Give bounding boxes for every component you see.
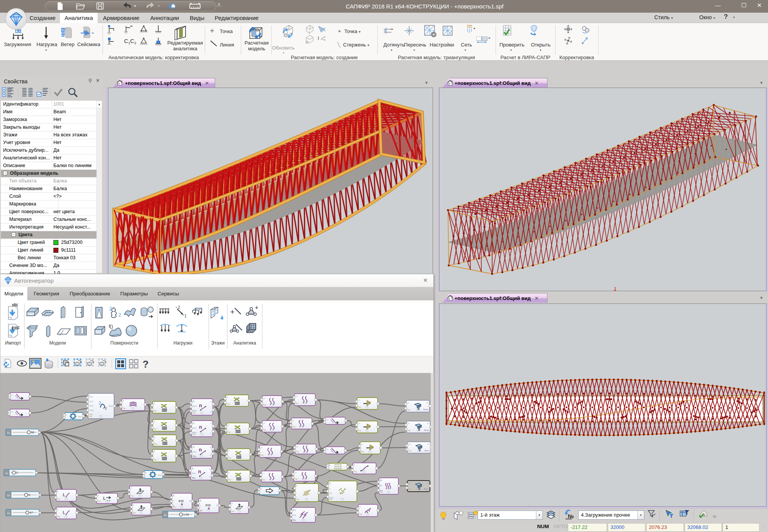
svg-text:2: 2 xyxy=(16,471,18,474)
svg-text:Ln: Ln xyxy=(262,472,265,474)
svg-text:Par: Par xyxy=(358,429,361,432)
svg-text:Par: Par xyxy=(228,457,231,459)
svg-text:Par: Par xyxy=(293,519,296,521)
svg-text:X: X xyxy=(173,495,174,497)
svg-text:Ln: Ln xyxy=(263,397,265,399)
svg-text:Cn2: Cn2 xyxy=(90,409,93,411)
svg-text:2: 2 xyxy=(105,406,107,410)
svg-text:L: L xyxy=(63,510,65,515)
svg-text:Par: Par xyxy=(408,450,411,452)
svg-text:C1C2: C1C2 xyxy=(124,38,136,45)
svg-text:Int: Int xyxy=(7,432,10,434)
svg-text:Int: Int xyxy=(164,514,167,516)
svg-text:X: X xyxy=(200,500,201,502)
svg-text:n: n xyxy=(198,469,201,474)
svg-text:Ln: Ln xyxy=(192,467,194,470)
svg-text:XYZ: XYZ xyxy=(179,500,184,502)
svg-text:Ln: Ln xyxy=(11,394,13,396)
svg-text:Par: Par xyxy=(227,431,231,433)
svg-text:OnS: OnS xyxy=(329,497,333,499)
svg-text:52: 52 xyxy=(31,431,34,434)
svg-text:Par: Par xyxy=(296,451,299,453)
svg-text:Ln: Ln xyxy=(427,422,429,424)
svg-text:Ln: Ln xyxy=(358,399,360,401)
svg-text:Ln: Ln xyxy=(426,401,428,404)
svg-text:Ln1: Ln1 xyxy=(90,396,93,398)
svg-text:Num: Num xyxy=(192,472,196,474)
svg-text:2: 2 xyxy=(99,401,101,405)
svg-text:Ln: Ln xyxy=(358,422,360,424)
svg-text:Par: Par xyxy=(260,454,264,456)
svg-text:Par: Par xyxy=(262,479,265,481)
svg-text:Par: Par xyxy=(296,498,299,501)
svg-text:Beam: Beam xyxy=(424,488,429,490)
svg-text:Ln2: Ln2 xyxy=(293,514,296,516)
svg-text:Par: Par xyxy=(98,500,101,502)
svg-text:f(): f() xyxy=(109,324,113,329)
svg-text:Par: Par xyxy=(154,443,157,445)
svg-text:Par: Par xyxy=(228,479,231,481)
svg-text:Ln: Ln xyxy=(326,448,328,450)
svg-text:Beam: Beam xyxy=(425,449,430,452)
svg-text:Par: Par xyxy=(57,498,60,500)
svg-text:P: P xyxy=(216,504,218,507)
svg-text:Par: Par xyxy=(295,402,299,404)
svg-text:I: I xyxy=(318,35,319,41)
svg-text:Ln: Ln xyxy=(260,446,263,449)
svg-text:2: 2 xyxy=(118,312,121,318)
svg-text:Ln: Ln xyxy=(408,422,410,424)
svg-text:47: 47 xyxy=(30,511,33,514)
svg-text:1.00: 1.00 xyxy=(183,513,189,516)
svg-text:P: P xyxy=(189,500,191,502)
svg-text:Par: Par xyxy=(90,413,93,416)
svg-text:Int: Int xyxy=(5,472,8,474)
svg-text:Ln: Ln xyxy=(292,419,295,421)
svg-text:Ln2: Ln2 xyxy=(90,400,93,403)
svg-text:Ln: Ln xyxy=(263,422,265,424)
svg-text:Par: Par xyxy=(263,404,266,406)
svg-text:n: n xyxy=(199,403,202,408)
svg-text:Ln: Ln xyxy=(295,395,298,397)
svg-text:1: 1 xyxy=(184,314,187,318)
svg-text:Beam: Beam xyxy=(424,429,429,431)
svg-text:Step: Step xyxy=(192,431,197,434)
svg-text:InL: InL xyxy=(329,492,332,494)
svg-text:Ln: Ln xyxy=(192,400,195,403)
svg-text:Int: Int xyxy=(7,512,10,514)
svg-text:№: № xyxy=(568,513,574,519)
svg-text:Step: Step xyxy=(192,477,196,479)
svg-text:Ln: Ln xyxy=(296,445,299,447)
svg-text:Par: Par xyxy=(358,406,361,408)
svg-text:Int: Int xyxy=(7,494,10,497)
svg-text:2: 2 xyxy=(178,305,180,310)
svg-text:Par: Par xyxy=(133,512,136,514)
svg-text:Par: Par xyxy=(154,428,157,430)
svg-text:Par: Par xyxy=(359,513,362,515)
svg-text:Par: Par xyxy=(57,515,60,518)
svg-text:L: L xyxy=(103,496,106,501)
svg-text:n: n xyxy=(199,424,202,430)
svg-text:Par: Par xyxy=(408,429,411,432)
svg-text:Par: Par xyxy=(295,478,298,480)
svg-text:DXF: DXF xyxy=(12,326,20,330)
svg-text:Par: Par xyxy=(380,489,383,492)
svg-text:L: L xyxy=(63,493,65,497)
svg-text:Par: Par xyxy=(123,407,126,409)
svg-text:Ln: Ln xyxy=(192,446,195,448)
svg-text:Ln: Ln xyxy=(427,443,430,445)
svg-text:Num: Num xyxy=(192,451,197,453)
svg-text:Ln: Ln xyxy=(408,443,411,445)
svg-text:Y: Y xyxy=(200,505,201,507)
svg-text:Par: Par xyxy=(154,459,157,461)
svg-text:Par: Par xyxy=(154,410,157,412)
svg-text:Ln: Ln xyxy=(426,482,429,484)
svg-text:Beam: Beam xyxy=(423,408,428,411)
svg-text:Par: Par xyxy=(231,510,234,512)
svg-text:Ln: Ln xyxy=(295,471,297,474)
svg-text:5: 5 xyxy=(28,493,30,497)
svg-text:P1: P1 xyxy=(380,479,382,482)
svg-text:Ln: Ln xyxy=(361,443,363,445)
svg-text:Par: Par xyxy=(263,429,266,431)
svg-text:Par: Par xyxy=(354,471,357,473)
svg-text:Surf: Surf xyxy=(109,405,113,407)
